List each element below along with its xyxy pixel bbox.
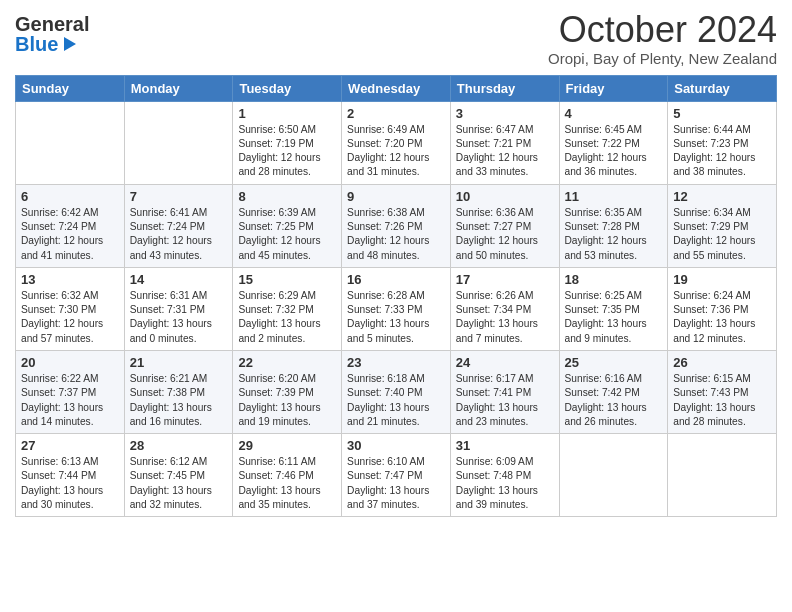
table-cell: 13Sunrise: 6:32 AM Sunset: 7:30 PM Dayli… bbox=[16, 267, 125, 350]
table-cell bbox=[16, 101, 125, 184]
day-info: Sunrise: 6:35 AM Sunset: 7:28 PM Dayligh… bbox=[565, 206, 663, 263]
table-cell: 24Sunrise: 6:17 AM Sunset: 7:41 PM Dayli… bbox=[450, 350, 559, 433]
day-number: 18 bbox=[565, 272, 663, 287]
day-number: 6 bbox=[21, 189, 119, 204]
table-cell: 14Sunrise: 6:31 AM Sunset: 7:31 PM Dayli… bbox=[124, 267, 233, 350]
table-cell: 8Sunrise: 6:39 AM Sunset: 7:25 PM Daylig… bbox=[233, 184, 342, 267]
table-cell: 26Sunrise: 6:15 AM Sunset: 7:43 PM Dayli… bbox=[668, 350, 777, 433]
day-number: 31 bbox=[456, 438, 554, 453]
day-number: 7 bbox=[130, 189, 228, 204]
day-info: Sunrise: 6:26 AM Sunset: 7:34 PM Dayligh… bbox=[456, 289, 554, 346]
day-info: Sunrise: 6:20 AM Sunset: 7:39 PM Dayligh… bbox=[238, 372, 336, 429]
day-info: Sunrise: 6:34 AM Sunset: 7:29 PM Dayligh… bbox=[673, 206, 771, 263]
day-info: Sunrise: 6:21 AM Sunset: 7:38 PM Dayligh… bbox=[130, 372, 228, 429]
day-number: 28 bbox=[130, 438, 228, 453]
table-cell: 2Sunrise: 6:49 AM Sunset: 7:20 PM Daylig… bbox=[342, 101, 451, 184]
table-cell: 15Sunrise: 6:29 AM Sunset: 7:32 PM Dayli… bbox=[233, 267, 342, 350]
day-number: 14 bbox=[130, 272, 228, 287]
day-info: Sunrise: 6:38 AM Sunset: 7:26 PM Dayligh… bbox=[347, 206, 445, 263]
day-info: Sunrise: 6:47 AM Sunset: 7:21 PM Dayligh… bbox=[456, 123, 554, 180]
table-cell bbox=[559, 434, 668, 517]
day-info: Sunrise: 6:17 AM Sunset: 7:41 PM Dayligh… bbox=[456, 372, 554, 429]
day-number: 4 bbox=[565, 106, 663, 121]
table-cell: 28Sunrise: 6:12 AM Sunset: 7:45 PM Dayli… bbox=[124, 434, 233, 517]
day-number: 8 bbox=[238, 189, 336, 204]
week-row-4: 27Sunrise: 6:13 AM Sunset: 7:44 PM Dayli… bbox=[16, 434, 777, 517]
table-cell: 17Sunrise: 6:26 AM Sunset: 7:34 PM Dayli… bbox=[450, 267, 559, 350]
day-info: Sunrise: 6:44 AM Sunset: 7:23 PM Dayligh… bbox=[673, 123, 771, 180]
day-info: Sunrise: 6:41 AM Sunset: 7:24 PM Dayligh… bbox=[130, 206, 228, 263]
table-cell: 31Sunrise: 6:09 AM Sunset: 7:48 PM Dayli… bbox=[450, 434, 559, 517]
header-row: Sunday Monday Tuesday Wednesday Thursday… bbox=[16, 75, 777, 101]
day-info: Sunrise: 6:31 AM Sunset: 7:31 PM Dayligh… bbox=[130, 289, 228, 346]
day-number: 12 bbox=[673, 189, 771, 204]
day-info: Sunrise: 6:42 AM Sunset: 7:24 PM Dayligh… bbox=[21, 206, 119, 263]
table-cell: 10Sunrise: 6:36 AM Sunset: 7:27 PM Dayli… bbox=[450, 184, 559, 267]
col-sunday: Sunday bbox=[16, 75, 125, 101]
week-row-3: 20Sunrise: 6:22 AM Sunset: 7:37 PM Dayli… bbox=[16, 350, 777, 433]
table-cell: 11Sunrise: 6:35 AM Sunset: 7:28 PM Dayli… bbox=[559, 184, 668, 267]
day-number: 26 bbox=[673, 355, 771, 370]
day-info: Sunrise: 6:29 AM Sunset: 7:32 PM Dayligh… bbox=[238, 289, 336, 346]
title-block: October 2024 Oropi, Bay of Plenty, New Z… bbox=[548, 10, 777, 67]
day-number: 20 bbox=[21, 355, 119, 370]
day-info: Sunrise: 6:49 AM Sunset: 7:20 PM Dayligh… bbox=[347, 123, 445, 180]
day-number: 5 bbox=[673, 106, 771, 121]
day-info: Sunrise: 6:12 AM Sunset: 7:45 PM Dayligh… bbox=[130, 455, 228, 512]
table-cell: 20Sunrise: 6:22 AM Sunset: 7:37 PM Dayli… bbox=[16, 350, 125, 433]
page: General Blue October 2024 Oropi, Bay of … bbox=[0, 0, 792, 612]
day-number: 21 bbox=[130, 355, 228, 370]
table-cell: 23Sunrise: 6:18 AM Sunset: 7:40 PM Dayli… bbox=[342, 350, 451, 433]
table-cell: 12Sunrise: 6:34 AM Sunset: 7:29 PM Dayli… bbox=[668, 184, 777, 267]
table-cell: 5Sunrise: 6:44 AM Sunset: 7:23 PM Daylig… bbox=[668, 101, 777, 184]
day-number: 30 bbox=[347, 438, 445, 453]
day-number: 13 bbox=[21, 272, 119, 287]
calendar-body: 1Sunrise: 6:50 AM Sunset: 7:19 PM Daylig… bbox=[16, 101, 777, 517]
table-cell: 4Sunrise: 6:45 AM Sunset: 7:22 PM Daylig… bbox=[559, 101, 668, 184]
table-cell: 19Sunrise: 6:24 AM Sunset: 7:36 PM Dayli… bbox=[668, 267, 777, 350]
day-info: Sunrise: 6:11 AM Sunset: 7:46 PM Dayligh… bbox=[238, 455, 336, 512]
col-friday: Friday bbox=[559, 75, 668, 101]
day-info: Sunrise: 6:45 AM Sunset: 7:22 PM Dayligh… bbox=[565, 123, 663, 180]
header: General Blue October 2024 Oropi, Bay of … bbox=[15, 10, 777, 67]
day-number: 22 bbox=[238, 355, 336, 370]
day-info: Sunrise: 6:18 AM Sunset: 7:40 PM Dayligh… bbox=[347, 372, 445, 429]
day-number: 11 bbox=[565, 189, 663, 204]
day-info: Sunrise: 6:13 AM Sunset: 7:44 PM Dayligh… bbox=[21, 455, 119, 512]
day-number: 29 bbox=[238, 438, 336, 453]
day-info: Sunrise: 6:39 AM Sunset: 7:25 PM Dayligh… bbox=[238, 206, 336, 263]
table-cell: 22Sunrise: 6:20 AM Sunset: 7:39 PM Dayli… bbox=[233, 350, 342, 433]
day-number: 9 bbox=[347, 189, 445, 204]
col-tuesday: Tuesday bbox=[233, 75, 342, 101]
day-info: Sunrise: 6:32 AM Sunset: 7:30 PM Dayligh… bbox=[21, 289, 119, 346]
day-info: Sunrise: 6:36 AM Sunset: 7:27 PM Dayligh… bbox=[456, 206, 554, 263]
week-row-0: 1Sunrise: 6:50 AM Sunset: 7:19 PM Daylig… bbox=[16, 101, 777, 184]
day-info: Sunrise: 6:28 AM Sunset: 7:33 PM Dayligh… bbox=[347, 289, 445, 346]
calendar-table: Sunday Monday Tuesday Wednesday Thursday… bbox=[15, 75, 777, 518]
day-number: 25 bbox=[565, 355, 663, 370]
table-cell: 1Sunrise: 6:50 AM Sunset: 7:19 PM Daylig… bbox=[233, 101, 342, 184]
day-info: Sunrise: 6:16 AM Sunset: 7:42 PM Dayligh… bbox=[565, 372, 663, 429]
week-row-2: 13Sunrise: 6:32 AM Sunset: 7:30 PM Dayli… bbox=[16, 267, 777, 350]
day-number: 2 bbox=[347, 106, 445, 121]
day-info: Sunrise: 6:09 AM Sunset: 7:48 PM Dayligh… bbox=[456, 455, 554, 512]
day-info: Sunrise: 6:22 AM Sunset: 7:37 PM Dayligh… bbox=[21, 372, 119, 429]
day-number: 23 bbox=[347, 355, 445, 370]
day-number: 16 bbox=[347, 272, 445, 287]
day-number: 10 bbox=[456, 189, 554, 204]
table-cell: 27Sunrise: 6:13 AM Sunset: 7:44 PM Dayli… bbox=[16, 434, 125, 517]
calendar-subtitle: Oropi, Bay of Plenty, New Zealand bbox=[548, 50, 777, 67]
day-number: 19 bbox=[673, 272, 771, 287]
day-number: 1 bbox=[238, 106, 336, 121]
week-row-1: 6Sunrise: 6:42 AM Sunset: 7:24 PM Daylig… bbox=[16, 184, 777, 267]
table-cell: 7Sunrise: 6:41 AM Sunset: 7:24 PM Daylig… bbox=[124, 184, 233, 267]
table-cell: 21Sunrise: 6:21 AM Sunset: 7:38 PM Dayli… bbox=[124, 350, 233, 433]
day-number: 17 bbox=[456, 272, 554, 287]
table-cell: 9Sunrise: 6:38 AM Sunset: 7:26 PM Daylig… bbox=[342, 184, 451, 267]
table-cell: 30Sunrise: 6:10 AM Sunset: 7:47 PM Dayli… bbox=[342, 434, 451, 517]
col-thursday: Thursday bbox=[450, 75, 559, 101]
day-info: Sunrise: 6:50 AM Sunset: 7:19 PM Dayligh… bbox=[238, 123, 336, 180]
day-info: Sunrise: 6:25 AM Sunset: 7:35 PM Dayligh… bbox=[565, 289, 663, 346]
table-cell: 16Sunrise: 6:28 AM Sunset: 7:33 PM Dayli… bbox=[342, 267, 451, 350]
day-number: 24 bbox=[456, 355, 554, 370]
